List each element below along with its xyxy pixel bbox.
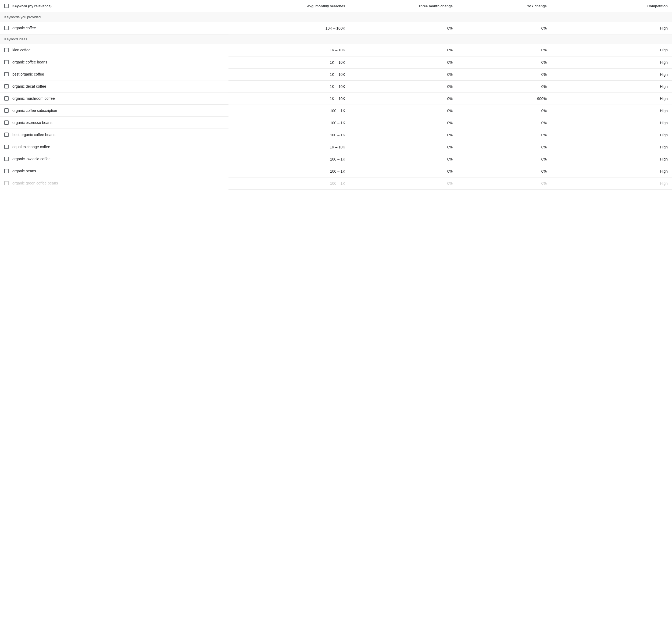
keyword-cell: organic beans (0, 165, 228, 177)
table-row: organic mushroom coffee1K – 10K0%+900%Hi… (0, 93, 672, 105)
keyword-cell: best organic coffee beans (0, 129, 228, 141)
keyword-cell: organic coffee subscription (0, 105, 228, 117)
keyword-cell: organic green coffee beans (0, 177, 228, 189)
keyword-cell: equal exchange coffee (0, 141, 228, 153)
avg-monthly-value: 1K – 10K (228, 141, 349, 153)
three-month-value: 0% (349, 177, 457, 189)
yoy-value: 0% (457, 177, 551, 189)
competition-value: High (551, 153, 672, 165)
section-header-label: Keyword ideas (0, 34, 672, 44)
competition-value: High (551, 68, 672, 80)
header-checkbox[interactable] (4, 4, 9, 8)
keyword-text: organic low acid coffee (12, 157, 50, 161)
competition-value: High (551, 129, 672, 141)
yoy-value: +900% (457, 93, 551, 105)
avg-monthly-value: 100 – 1K (228, 165, 349, 177)
yoy-value: 0% (457, 129, 551, 141)
avg-monthly-value: 10K – 100K (228, 22, 349, 34)
keyword-text: organic beans (12, 169, 36, 173)
row-checkbox[interactable] (4, 84, 9, 88)
three-month-value: 0% (349, 44, 457, 57)
keyword-cell: organic mushroom coffee (0, 93, 228, 105)
row-checkbox[interactable] (4, 26, 9, 30)
row-checkbox[interactable] (4, 169, 9, 173)
row-checkbox[interactable] (4, 48, 9, 52)
row-checkbox[interactable] (4, 157, 9, 161)
row-checkbox[interactable] (4, 181, 9, 185)
three-month-value: 0% (349, 56, 457, 68)
section-header-row: Keyword ideas (0, 34, 672, 44)
avg-monthly-value: 100 – 1K (228, 153, 349, 165)
three-month-value: 0% (349, 80, 457, 93)
three-month-value: 0% (349, 68, 457, 80)
avg-monthly-value: 100 – 1K (228, 129, 349, 141)
competition-value: High (551, 93, 672, 105)
yoy-value: 0% (457, 22, 551, 34)
keyword-cell: organic decaf coffee (0, 80, 228, 93)
competition-value: High (551, 117, 672, 129)
three-month-value: 0% (349, 129, 457, 141)
header-keyword-label: Keyword (by relevance) (12, 4, 52, 8)
row-checkbox[interactable] (4, 145, 9, 149)
yoy-value: 0% (457, 44, 551, 57)
avg-monthly-value: 100 – 1K (228, 177, 349, 189)
yoy-value: 0% (457, 165, 551, 177)
three-month-value: 0% (349, 105, 457, 117)
yoy-value: 0% (457, 68, 551, 80)
keyword-text: organic coffee subscription (12, 108, 57, 113)
keyword-text: best organic coffee (12, 72, 44, 76)
keyword-table: Keyword (by relevance) Avg. monthly sear… (0, 0, 672, 190)
header-keyword: Keyword (by relevance) (0, 0, 78, 12)
keyword-text: organic mushroom coffee (12, 96, 55, 100)
keyword-text: best organic coffee beans (12, 133, 56, 137)
avg-monthly-value: 1K – 10K (228, 68, 349, 80)
competition-value: High (551, 141, 672, 153)
row-checkbox[interactable] (4, 133, 9, 137)
three-month-value: 0% (349, 93, 457, 105)
table-row: best organic coffee beans100 – 1K0%0%Hig… (0, 129, 672, 141)
competition-value: High (551, 80, 672, 93)
table-row: kion coffee1K – 10K0%0%High (0, 44, 672, 57)
header-three-month: Three month change (349, 0, 457, 12)
avg-monthly-value: 1K – 10K (228, 44, 349, 57)
table-row: equal exchange coffee1K – 10K0%0%High (0, 141, 672, 153)
keyword-text: organic coffee (12, 26, 36, 30)
three-month-value: 0% (349, 141, 457, 153)
yoy-value: 0% (457, 105, 551, 117)
table-row: best organic coffee1K – 10K0%0%High (0, 68, 672, 80)
avg-monthly-value: 1K – 10K (228, 80, 349, 93)
row-checkbox[interactable] (4, 60, 9, 64)
keyword-cell: organic coffee beans (0, 56, 228, 68)
avg-monthly-value: 1K – 10K (228, 93, 349, 105)
three-month-value: 0% (349, 165, 457, 177)
competition-value: High (551, 44, 672, 57)
three-month-value: 0% (349, 22, 457, 34)
table-row: organic low acid coffee100 – 1K0%0%High (0, 153, 672, 165)
three-month-value: 0% (349, 117, 457, 129)
row-checkbox[interactable] (4, 96, 9, 100)
keyword-text: equal exchange coffee (12, 145, 50, 149)
keyword-cell: organic coffee (0, 22, 228, 34)
three-month-value: 0% (349, 153, 457, 165)
table-row: organic coffee subscription100 – 1K0%0%H… (0, 105, 672, 117)
keyword-cell: best organic coffee (0, 68, 228, 80)
competition-value: High (551, 105, 672, 117)
table-row: organic decaf coffee1K – 10K0%0%High (0, 80, 672, 93)
keyword-text: kion coffee (12, 48, 31, 52)
table-row: organic coffee10K – 100K0%0%High (0, 22, 672, 34)
avg-monthly-value: 1K – 10K (228, 56, 349, 68)
row-checkbox[interactable] (4, 72, 9, 76)
table-row: organic beans100 – 1K0%0%High (0, 165, 672, 177)
keyword-text: organic decaf coffee (12, 84, 46, 88)
competition-value: High (551, 22, 672, 34)
yoy-value: 0% (457, 153, 551, 165)
keyword-cell: organic low acid coffee (0, 153, 228, 165)
row-checkbox[interactable] (4, 120, 9, 125)
section-header-row: Keywords you provided (0, 12, 672, 22)
avg-monthly-value: 100 – 1K (228, 117, 349, 129)
yoy-value: 0% (457, 56, 551, 68)
competition-value: High (551, 165, 672, 177)
yoy-value: 0% (457, 117, 551, 129)
table-row: organic green coffee beans100 – 1K0%0%Hi… (0, 177, 672, 189)
row-checkbox[interactable] (4, 108, 9, 113)
